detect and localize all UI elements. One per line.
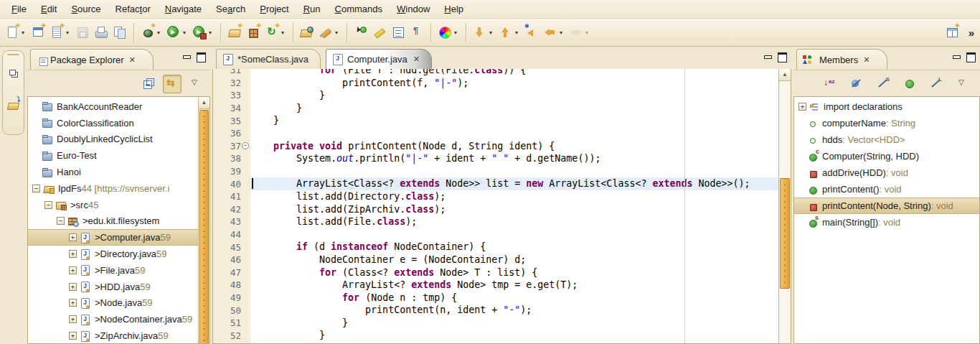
view-menu-button[interactable] bbox=[954, 75, 971, 93]
menu-edit[interactable]: Edit bbox=[34, 1, 64, 17]
tree-item-ipdfs[interactable]: −IpdFs 44 [https://svnserver.i bbox=[28, 180, 198, 197]
code-line-37[interactable]: private void printContent(Node d, String… bbox=[250, 140, 779, 153]
collapse-icon[interactable]: − bbox=[57, 217, 65, 225]
code-line-35[interactable]: } bbox=[250, 114, 779, 127]
import-wizard-button[interactable] bbox=[226, 22, 243, 42]
code-line-41[interactable]: list.add(Directory.class); bbox=[250, 190, 779, 203]
hide-fields-button[interactable] bbox=[848, 75, 865, 93]
tab-package-explorer[interactable]: Package Explorer bbox=[30, 49, 154, 70]
dropdown-arrow-icon[interactable] bbox=[583, 29, 590, 36]
scroll-up-arrow[interactable] bbox=[779, 69, 791, 81]
new-package-button[interactable] bbox=[245, 22, 262, 42]
tree-item-hanoi[interactable]: Hanoi bbox=[28, 164, 198, 180]
code-line-38[interactable]: System.out.println("|-" + ident + " " + … bbox=[250, 152, 779, 165]
editor-tab-computer-java[interactable]: Computer.java bbox=[326, 49, 432, 69]
code-line-42[interactable]: list.add(ZipArchiv.class); bbox=[250, 203, 779, 216]
member-item-printcontent-node-string-[interactable]: printContent(Node, String) : void bbox=[794, 197, 979, 214]
code-line-40[interactable]: ArrayList<Class<? extends Node>> list = … bbox=[250, 177, 779, 190]
code-line-46[interactable]: NodeContainer e = (NodeContainer) d; bbox=[250, 254, 779, 266]
tree-item-computer-java[interactable]: +> Computer.java 59 bbox=[28, 229, 198, 246]
debug-button[interactable] bbox=[139, 22, 164, 42]
code-line-52[interactable]: } bbox=[250, 329, 779, 342]
maximize-button[interactable] bbox=[966, 52, 976, 62]
code-line-49[interactable]: for (Node n : tmp) { bbox=[250, 292, 779, 305]
show-whitespace-button[interactable] bbox=[408, 22, 425, 42]
dropdown-arrow-icon[interactable] bbox=[181, 29, 188, 36]
new-window-button[interactable] bbox=[29, 22, 47, 42]
back-button[interactable] bbox=[542, 22, 566, 42]
sort-button[interactable] bbox=[821, 75, 839, 93]
code-line-43[interactable]: list.add(File.class); bbox=[250, 215, 779, 228]
menu-refactor[interactable]: Refactor bbox=[108, 1, 158, 17]
code-line-50[interactable]: printContent(n, ident + "-"); bbox=[250, 304, 779, 317]
code-line-47[interactable]: for (Class<? extends Node> T : list) { bbox=[250, 266, 779, 279]
tree-item-colorclassification[interactable]: ColorClassification bbox=[28, 115, 198, 131]
close-icon[interactable] bbox=[863, 55, 870, 65]
menu-navigate[interactable]: Navigate bbox=[158, 1, 209, 17]
member-item-import-declarations[interactable]: +import declarations bbox=[794, 98, 979, 115]
code-line-36[interactable] bbox=[250, 127, 779, 140]
scroll-up-arrow[interactable] bbox=[199, 97, 209, 109]
tree-item-nodecontainer-java[interactable]: +> NodeContainer.java 59 bbox=[28, 311, 198, 327]
view-menu-button[interactable] bbox=[187, 75, 204, 93]
code-line-45[interactable]: if (d instanceof NodeContainer) { bbox=[250, 241, 779, 254]
menu-search[interactable]: Search bbox=[209, 1, 253, 17]
tree-item-file-java[interactable]: +> File.java 59 bbox=[28, 262, 198, 279]
code-line-44[interactable] bbox=[250, 228, 779, 241]
menu-project[interactable]: Project bbox=[253, 1, 296, 17]
code-line-39[interactable] bbox=[250, 165, 779, 178]
code-line-51[interactable]: } bbox=[250, 317, 779, 330]
tree-item-bankaccountreader[interactable]: BankAccountReader bbox=[28, 98, 198, 115]
expand-icon[interactable]: + bbox=[69, 299, 77, 307]
code-line-53[interactable]: } bbox=[250, 342, 779, 343]
tree-item-doublylinkedcycliclist[interactable]: DoublyLinkedCyclicList bbox=[28, 131, 198, 148]
menu-run[interactable]: Run bbox=[296, 1, 328, 17]
search-marker-button[interactable] bbox=[317, 22, 341, 42]
dropdown-arrow-icon[interactable] bbox=[557, 29, 565, 36]
menu-window[interactable]: Window bbox=[390, 1, 437, 17]
dropdown-arrow-icon[interactable] bbox=[207, 29, 214, 36]
editor-tab--someclass-java[interactable]: *SomeClass.java bbox=[216, 49, 321, 69]
hide-local-types-button[interactable] bbox=[928, 75, 945, 93]
tree-item-directory-java[interactable]: +> Directory.java 59 bbox=[28, 246, 198, 262]
maximize-button[interactable] bbox=[197, 52, 206, 62]
expand-icon[interactable]: + bbox=[69, 250, 77, 258]
tree-item-node-java[interactable]: +> Node.java 59 bbox=[28, 295, 198, 312]
tree-item-hdd-java[interactable]: +> HDD.java 59 bbox=[28, 279, 198, 295]
minimize-button[interactable] bbox=[183, 55, 190, 61]
dropdown-arrow-icon[interactable] bbox=[513, 29, 520, 36]
menu-source[interactable]: Source bbox=[64, 1, 108, 17]
new-note-button[interactable] bbox=[48, 22, 72, 42]
expand-icon[interactable]: + bbox=[69, 233, 77, 241]
close-icon[interactable] bbox=[129, 55, 136, 65]
refresh-button[interactable] bbox=[263, 22, 288, 42]
maximize-button[interactable] bbox=[778, 52, 787, 62]
last-edit-location-button[interactable] bbox=[523, 22, 540, 42]
dropdown-arrow-icon[interactable] bbox=[279, 29, 286, 36]
expand-icon[interactable]: + bbox=[69, 266, 77, 274]
fast-view-drag-handle[interactable] bbox=[7, 54, 19, 55]
dropdown-arrow-icon[interactable] bbox=[333, 29, 340, 36]
expand-icon[interactable]: + bbox=[69, 315, 77, 323]
link-with-editor-button[interactable] bbox=[163, 75, 182, 93]
tree-item-edu-kit-filesystem[interactable]: −> edu.kit.filesystem bbox=[28, 213, 198, 230]
expand-icon[interactable]: + bbox=[798, 103, 806, 111]
member-item-computername[interactable]: computerName : String bbox=[794, 115, 979, 131]
code-line-34[interactable]: } bbox=[250, 102, 779, 115]
code-line-33[interactable]: } bbox=[250, 89, 779, 102]
scrollbar-thumb[interactable] bbox=[199, 110, 209, 344]
code-line-31[interactable]: for (File f : hdd.get(File.class)) { bbox=[250, 69, 779, 77]
collapse-all-button[interactable] bbox=[140, 75, 157, 93]
package-explorer-scrollbar[interactable] bbox=[198, 97, 209, 343]
collapse-icon[interactable]: − bbox=[32, 185, 40, 192]
annotation-cursor-button[interactable] bbox=[352, 22, 369, 42]
tab-members[interactable]: Members bbox=[796, 49, 887, 70]
color-wheel-button[interactable] bbox=[436, 22, 461, 42]
member-item-adddrive-hdd-[interactable]: addDrive(HDD) : void bbox=[794, 164, 979, 181]
restore-view-button[interactable] bbox=[5, 64, 22, 84]
dropdown-arrow-icon[interactable] bbox=[19, 29, 27, 36]
code-line-32[interactable]: printContent(f, "|-"); bbox=[250, 77, 779, 90]
menu-file[interactable]: File bbox=[4, 1, 34, 17]
code-line-48[interactable]: ArrayList<? extends Node> tmp = e.get(T)… bbox=[250, 279, 779, 292]
highlighter-button[interactable] bbox=[371, 22, 388, 42]
